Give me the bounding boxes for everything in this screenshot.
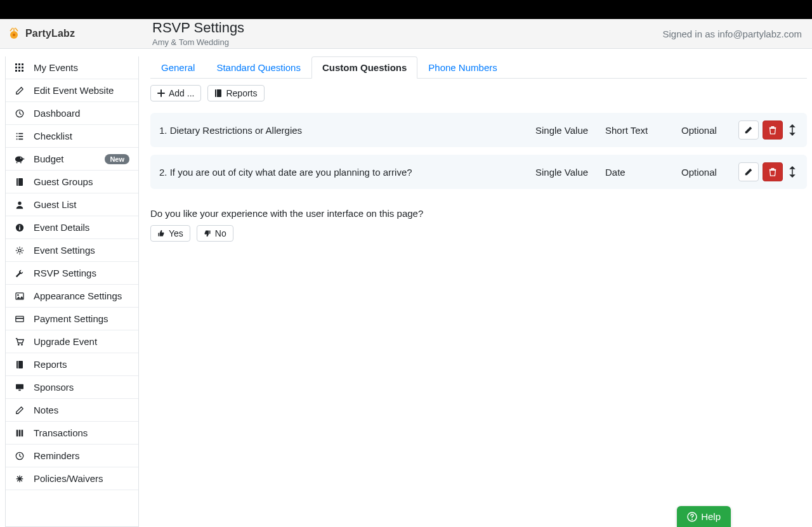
sidebar-item-rsvp-settings[interactable]: RSVP Settings	[6, 262, 138, 285]
edit-icon	[15, 86, 25, 96]
row-actions	[738, 120, 798, 140]
badge-new: New	[105, 154, 129, 164]
window-top-black-bar	[0, 0, 812, 19]
drag-handle[interactable]	[787, 166, 798, 178]
brand[interactable]: PartyLabz	[6, 26, 140, 41]
sidebar-item-label: Reminders	[34, 450, 129, 461]
drag-icon	[789, 124, 796, 136]
drag-icon	[789, 166, 796, 178]
sidebar-item-label: My Events	[34, 62, 129, 73]
svg-rect-9	[18, 70, 20, 72]
svg-rect-24	[16, 318, 23, 319]
edit-question-button[interactable]	[738, 120, 759, 140]
help-button[interactable]: Help	[677, 506, 731, 527]
svg-rect-6	[18, 67, 20, 68]
question-mode: Single Value	[535, 167, 599, 178]
card-icon	[15, 314, 25, 324]
feedback-no-button[interactable]: No	[197, 225, 233, 242]
piggy-icon	[15, 154, 25, 164]
sidebar-item-checklist[interactable]: Checklist	[6, 125, 138, 148]
svg-rect-10	[22, 70, 23, 72]
sidebar-item-upgrade-event[interactable]: Upgrade Event	[6, 330, 138, 353]
svg-rect-4	[22, 63, 23, 65]
question-row: 1. Dietary Restrictions or AllergiesSing…	[150, 113, 807, 147]
svg-rect-29	[16, 384, 23, 389]
list-icon	[15, 131, 25, 141]
help-icon	[687, 512, 697, 522]
edit-icon	[15, 405, 25, 415]
svg-point-16	[18, 201, 21, 204]
sidebar-item-event-settings[interactable]: Event Settings	[6, 239, 138, 262]
brand-logo-icon	[6, 26, 22, 41]
thumbs-down-icon	[204, 230, 211, 237]
feedback-no-label: No	[215, 228, 226, 238]
sidebar-item-label: Guest Groups	[34, 176, 129, 187]
svg-rect-28	[18, 361, 18, 368]
sidebar-item-transactions[interactable]: Transactions	[6, 422, 138, 445]
delete-question-button[interactable]	[763, 162, 783, 181]
sidebar-item-payment-settings[interactable]: Payment Settings	[6, 308, 138, 330]
plus-icon	[157, 89, 165, 97]
sidebar-item-sponsors[interactable]: Sponsors	[6, 376, 138, 399]
svg-rect-8	[15, 70, 17, 72]
sidebar-item-guest-list[interactable]: Guest List	[6, 193, 138, 216]
tab-general[interactable]: General	[150, 56, 206, 79]
svg-rect-2	[15, 63, 17, 65]
svg-rect-36	[216, 89, 217, 97]
edit-question-button[interactable]	[738, 162, 759, 181]
svg-point-20	[18, 249, 21, 251]
sidebar-item-label: Budget	[34, 153, 96, 164]
svg-rect-3	[18, 63, 20, 65]
tab-phone-numbers[interactable]: Phone Numbers	[417, 56, 508, 79]
wrench-icon	[15, 268, 25, 278]
sidebar-item-notes[interactable]: Notes	[6, 399, 138, 422]
sidebar-item-policies-waivers[interactable]: Policies/Waivers	[6, 467, 138, 490]
sidebar-item-label: Sponsors	[34, 382, 129, 393]
sidebar-item-label: Edit Event Website	[34, 85, 129, 96]
sidebar-item-event-details[interactable]: Event Details	[6, 216, 138, 239]
reports-button-label: Reports	[226, 88, 257, 98]
svg-rect-32	[19, 429, 21, 436]
svg-point-12	[15, 156, 23, 162]
add-button-label: Add ...	[169, 88, 194, 98]
svg-rect-35	[215, 89, 221, 97]
info-icon	[15, 223, 25, 233]
svg-rect-19	[19, 227, 20, 230]
sidebar-item-budget[interactable]: BudgetNew	[6, 148, 138, 171]
svg-rect-31	[16, 429, 18, 436]
sidebar-item-dashboard[interactable]: Dashboard	[6, 102, 138, 125]
question-required: Optional	[681, 125, 732, 136]
sidebar-item-edit-event-website[interactable]: Edit Event Website	[6, 79, 138, 102]
svg-point-26	[21, 344, 23, 346]
svg-rect-5	[15, 67, 17, 68]
feedback-yes-label: Yes	[169, 228, 183, 238]
reports-button[interactable]: Reports	[207, 85, 264, 101]
clock-icon	[15, 108, 25, 119]
svg-rect-15	[18, 178, 18, 186]
sidebar-item-reports[interactable]: Reports	[6, 353, 138, 376]
question-text: 2. If you are out of city what date are …	[159, 167, 529, 178]
drag-handle[interactable]	[787, 124, 798, 136]
delete-question-button[interactable]	[763, 120, 783, 140]
sidebar-item-appearance-settings[interactable]: Appearance Settings	[6, 285, 138, 308]
sidebar-item-label: Transactions	[34, 427, 129, 438]
tab-custom-questions[interactable]: Custom Questions	[311, 56, 417, 79]
top-bar: PartyLabz RSVP Settings Amy & Tom Weddin…	[0, 19, 812, 49]
feedback-yes-button[interactable]: Yes	[150, 225, 190, 242]
book-icon	[15, 360, 25, 370]
svg-rect-30	[18, 389, 20, 391]
sidebar-item-my-events[interactable]: My Events	[6, 56, 138, 79]
trash-icon	[768, 167, 777, 176]
tab-standard-questions[interactable]: Standard Questions	[206, 56, 311, 79]
clock-icon	[15, 451, 25, 461]
book-icon	[214, 89, 222, 98]
pencil-icon	[744, 167, 753, 176]
row-actions	[738, 162, 798, 181]
sidebar-item-reminders[interactable]: Reminders	[6, 445, 138, 467]
grid-icon	[15, 63, 25, 73]
sidebar-item-guest-groups[interactable]: Guest Groups	[6, 171, 138, 193]
user-icon	[15, 200, 25, 210]
add-question-button[interactable]: Add ...	[150, 85, 201, 101]
question-mode: Single Value	[535, 125, 599, 136]
trash-icon	[768, 126, 777, 134]
